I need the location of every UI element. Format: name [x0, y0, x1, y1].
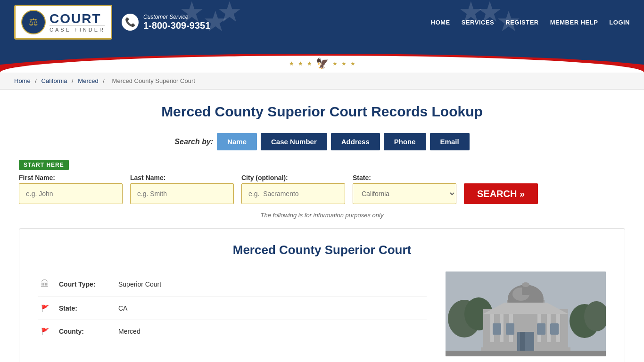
county-row: 🚩 County: Merced — [38, 320, 427, 343]
last-name-input[interactable] — [130, 183, 234, 204]
city-group: City (optional): — [241, 174, 345, 204]
last-name-group: Last Name: — [130, 174, 234, 204]
first-name-group: First Name: — [19, 174, 123, 204]
logo-court-label: COURT — [50, 12, 105, 25]
main-content: Merced County Superior Court Records Loo… — [0, 90, 644, 362]
svg-rect-21 — [550, 323, 559, 335]
state-value: CA — [118, 304, 127, 312]
breadcrumb-home[interactable]: Home — [14, 77, 31, 84]
star-right-3: ★ — [350, 60, 355, 67]
start-here-badge: START HERE — [19, 160, 69, 170]
court-card: Merced County Superior Court 🏛 Court Typ… — [19, 228, 625, 362]
svg-rect-18 — [493, 323, 501, 335]
tab-email[interactable]: Email — [430, 133, 470, 150]
page-title: Merced County Superior Court Records Loo… — [19, 104, 625, 120]
court-type-row: 🏛 Court Type: Superior Court — [38, 272, 427, 297]
svg-rect-20 — [537, 323, 545, 335]
cs-number: 1-800-309-9351 — [143, 20, 210, 31]
logo-text: COURT CASE FINDER — [50, 12, 105, 33]
breadcrumb-sep-1: / — [35, 77, 38, 84]
breadcrumb-court: Merced County Superior Court — [112, 77, 195, 84]
logo[interactable]: ⚖ COURT CASE FINDER — [14, 5, 112, 40]
star-left-2: ★ — [298, 60, 303, 67]
first-name-label: First Name: — [19, 174, 123, 181]
breadcrumb-state[interactable]: California — [41, 77, 67, 84]
svg-rect-19 — [506, 323, 514, 335]
customer-service: 📞 Customer Service 1-800-309-9351 — [122, 14, 210, 31]
court-info-layout: 🏛 Court Type: Superior Court 🚩 State: CA… — [38, 272, 606, 356]
state-label-info: State: — [59, 304, 111, 312]
breadcrumb: Home / California / Merced / Merced Coun… — [0, 73, 644, 90]
logo-case-finder-label: CASE FINDER — [50, 25, 105, 33]
nav-home[interactable]: HOME — [431, 19, 450, 26]
svg-rect-22 — [517, 332, 534, 352]
star-left-3: ★ — [307, 60, 312, 67]
city-input[interactable] — [241, 183, 345, 204]
courthouse-graphic — [446, 272, 606, 356]
star-right-2: ★ — [341, 60, 347, 67]
nav-services[interactable]: SERVICES — [462, 19, 495, 26]
tab-phone[interactable]: Phone — [384, 133, 426, 150]
info-note: The following is for information purpose… — [19, 212, 625, 219]
court-type-icon: 🏛 — [38, 279, 51, 289]
nav-member-help[interactable]: MEMBER HELP — [550, 19, 598, 26]
cs-label: Customer Service — [143, 14, 210, 20]
search-by-label: Search by: — [174, 138, 213, 146]
court-type-label: Court Type: — [59, 280, 111, 288]
stars-row: ★ ★ ★ 🦅 ★ ★ ★ — [289, 58, 355, 70]
tab-name[interactable]: Name — [217, 133, 257, 150]
court-card-title: Merced County Superior Court — [38, 243, 606, 257]
nav-login[interactable]: LOGIN — [609, 19, 630, 26]
svg-rect-23 — [520, 332, 525, 352]
tab-address[interactable]: Address — [331, 133, 380, 150]
search-form: First Name: Last Name: City (optional): … — [19, 174, 625, 204]
breadcrumb-county[interactable]: Merced — [78, 77, 98, 84]
city-label: City (optional): — [241, 174, 345, 181]
last-name-label: Last Name: — [130, 174, 234, 181]
header-left: ⚖ COURT CASE FINDER 📞 Customer Service 1… — [14, 5, 210, 40]
court-type-value: Superior Court — [118, 280, 161, 288]
site-header: ★ ★ ★ ★ ★ ★ ⚖ COURT CASE FINDER 📞 Custom… — [0, 0, 644, 44]
breadcrumb-sep-3: / — [103, 77, 106, 84]
search-by-row: Search by: Name Case Number Address Phon… — [19, 133, 625, 150]
logo-seal: ⚖ — [21, 10, 46, 34]
nav-register[interactable]: REGISTER — [505, 19, 538, 26]
courthouse-svg — [446, 272, 606, 356]
county-icon: 🚩 — [38, 328, 51, 335]
main-nav: HOME SERVICES REGISTER MEMBER HELP LOGIN — [431, 19, 630, 26]
search-button[interactable]: SEARCH » — [464, 183, 538, 204]
county-label: County: — [59, 328, 111, 335]
state-icon: 🚩 — [38, 304, 51, 312]
state-select[interactable]: California Alabama Alaska Arizona Arkans… — [353, 183, 456, 204]
cs-text: Customer Service 1-800-309-9351 — [143, 14, 210, 31]
state-label: State: — [353, 174, 456, 181]
svg-rect-26 — [446, 351, 606, 356]
star-left-1: ★ — [289, 60, 294, 67]
phone-icon: 📞 — [122, 14, 139, 31]
courthouse-image — [446, 272, 606, 356]
state-group: State: California Alabama Alaska Arizona… — [353, 174, 456, 204]
star-right-1: ★ — [332, 60, 338, 67]
first-name-input[interactable] — [19, 183, 123, 204]
breadcrumb-sep-2: / — [72, 77, 75, 84]
court-info-left: 🏛 Court Type: Superior Court 🚩 State: CA… — [38, 272, 427, 356]
state-row: 🚩 State: CA — [38, 297, 427, 320]
svg-point-8 — [522, 282, 529, 287]
svg-rect-13 — [547, 314, 551, 342]
tab-case-number[interactable]: Case Number — [261, 133, 327, 150]
county-value: Merced — [118, 328, 140, 335]
banner-wave: ★ ★ ★ 🦅 ★ ★ ★ — [0, 44, 644, 73]
eagle-icon: 🦅 — [316, 58, 329, 70]
